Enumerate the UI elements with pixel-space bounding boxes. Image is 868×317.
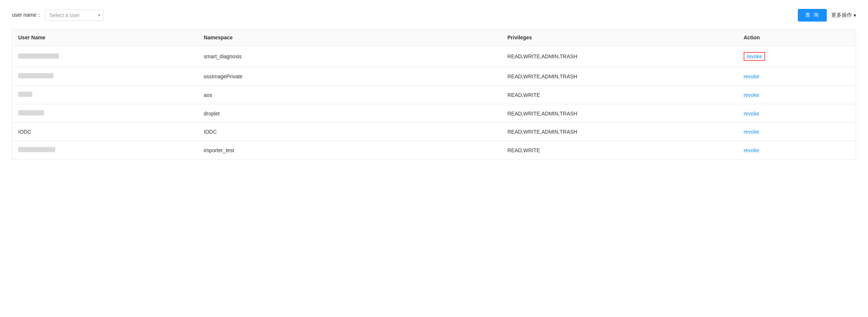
cell-privileges: READ,WRITE — [502, 86, 738, 104]
header-username: User Name — [12, 29, 198, 46]
table-body: smart_diagnosis READ,WRITE,ADMIN,TRASH r… — [12, 46, 856, 160]
cell-username — [12, 67, 198, 86]
cell-privileges: READ,WRITE — [502, 141, 738, 160]
blurred-username — [18, 110, 44, 115]
revoke-button[interactable]: revoke — [744, 52, 765, 61]
table-row: aos READ,WRITE revoke — [12, 86, 856, 104]
cell-action: revoke — [738, 104, 856, 123]
revoke-button[interactable]: revoke — [744, 129, 759, 135]
cell-namespace: importer_test — [198, 141, 502, 160]
more-actions-label: 更多操作 — [831, 12, 852, 19]
cell-action: revoke — [738, 123, 856, 141]
cell-privileges: READ,WRITE,ADMIN,TRASH — [502, 123, 738, 141]
user-select-wrapper: Select a user ▾ — [45, 10, 104, 21]
cell-privileges: READ,WRITE,ADMIN,TRASH — [502, 104, 738, 123]
more-actions-button[interactable]: 更多操作 ▾ — [831, 12, 856, 19]
toolbar-right: 查 询 更多操作 ▾ — [798, 9, 856, 22]
header-row: User Name Namespace Privileges Action — [12, 29, 856, 46]
table-row: importer_test READ,WRITE revoke — [12, 141, 856, 160]
revoke-button[interactable]: revoke — [744, 111, 759, 117]
cell-username — [12, 86, 198, 104]
blurred-username — [18, 92, 32, 97]
cell-privileges: READ,WRITE,ADMIN,TRASH — [502, 46, 738, 67]
cell-namespace: IODC — [198, 123, 502, 141]
table-row: droplet READ,WRITE,ADMIN,TRASH revoke — [12, 104, 856, 123]
cell-namespace: smart_diagnosis — [198, 46, 502, 67]
header-action: Action — [738, 29, 856, 46]
revoke-button[interactable]: revoke — [744, 92, 759, 98]
cell-privileges: READ,WRITE,ADMIN,TRASH — [502, 67, 738, 86]
cell-username — [12, 104, 198, 123]
cell-namespace: aos — [198, 86, 502, 104]
header-privileges: Privileges — [502, 29, 738, 46]
cell-action: revoke — [738, 46, 856, 67]
cell-username — [12, 46, 198, 67]
data-table: User Name Namespace Privileges Action sm… — [12, 29, 856, 159]
table-header: User Name Namespace Privileges Action — [12, 29, 856, 46]
toolbar: user name： Select a user ▾ 查 询 更多操作 ▾ — [12, 9, 856, 22]
blurred-username — [18, 53, 59, 59]
table-container: User Name Namespace Privileges Action sm… — [12, 29, 856, 160]
cell-action: revoke — [738, 141, 856, 160]
revoke-button[interactable]: revoke — [744, 73, 759, 79]
cell-action: revoke — [738, 86, 856, 104]
chevron-down-icon: ▾ — [854, 12, 856, 18]
page-container: user name： Select a user ▾ 查 询 更多操作 ▾ Us… — [0, 0, 868, 317]
revoke-button[interactable]: revoke — [744, 147, 759, 153]
cell-username — [12, 141, 198, 160]
toolbar-left: user name： Select a user ▾ — [12, 10, 792, 21]
user-label: user name： — [12, 12, 42, 19]
table-row: IODC IODC READ,WRITE,ADMIN,TRASH revoke — [12, 123, 856, 141]
table-row: ossImagePrivate READ,WRITE,ADMIN,TRASH r… — [12, 67, 856, 86]
cell-action: revoke — [738, 67, 856, 86]
header-namespace: Namespace — [198, 29, 502, 46]
user-select[interactable]: Select a user — [45, 10, 104, 21]
blurred-username — [18, 147, 55, 152]
table-row: smart_diagnosis READ,WRITE,ADMIN,TRASH r… — [12, 46, 856, 67]
cell-namespace: ossImagePrivate — [198, 67, 502, 86]
cell-username: IODC — [12, 123, 198, 141]
query-button[interactable]: 查 询 — [798, 9, 827, 22]
blurred-username — [18, 73, 53, 78]
cell-namespace: droplet — [198, 104, 502, 123]
